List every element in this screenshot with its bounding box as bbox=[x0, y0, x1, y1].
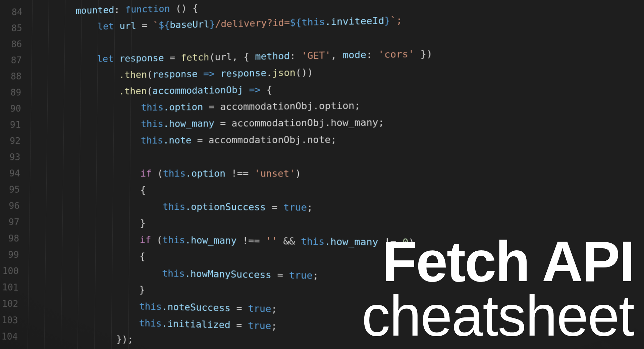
code-editor[interactable]: 8182838485868788899091929394959697989910… bbox=[0, 0, 644, 349]
code-content[interactable]: option: function(oldVal, newVal){ this.t… bbox=[27, 0, 644, 349]
editor-viewport: › computed M n.vue vueM M 81828384858687… bbox=[0, 0, 644, 349]
